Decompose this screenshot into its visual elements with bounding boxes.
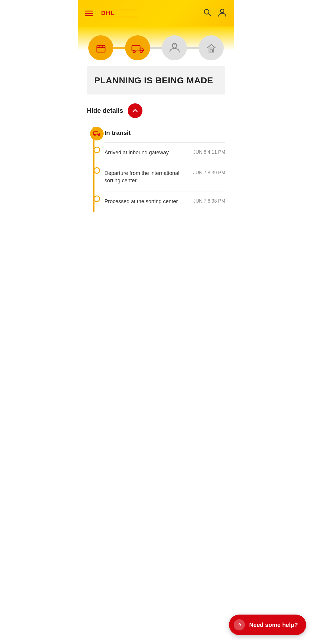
svg-text:DHL: DHL <box>101 9 115 16</box>
svg-rect-1 <box>99 16 137 17</box>
svg-point-14 <box>94 134 96 136</box>
step-courier <box>162 35 187 60</box>
hide-details-label: Hide details <box>87 107 123 115</box>
toggle-details-button[interactable] <box>128 103 142 118</box>
dhl-logo: DHL <box>99 7 137 20</box>
connector-1-2 <box>113 47 125 49</box>
svg-rect-6 <box>97 46 105 52</box>
timeline-dot-2 <box>94 196 100 202</box>
step-transit <box>125 35 150 60</box>
details-header: Hide details <box>87 103 225 118</box>
timeline-current-item: In transit <box>104 127 225 142</box>
search-button[interactable] <box>203 8 212 19</box>
event-text-2: Processed at the sorting center <box>104 198 190 205</box>
svg-point-5 <box>220 9 224 13</box>
timeline-entry-1: Departure from the international sorting… <box>104 163 225 191</box>
timeline-entry-0: Arrived at inbound gateway JUN 8 4:11 PM <box>104 143 225 163</box>
svg-point-15 <box>98 134 100 136</box>
help-button[interactable]: Need some help? <box>229 615 234 635</box>
svg-point-8 <box>133 50 135 53</box>
svg-rect-7 <box>132 46 140 51</box>
divider-3 <box>104 212 225 212</box>
header-left: DHL <box>85 7 137 20</box>
event-text-0: Arrived at inbound gateway <box>104 149 190 156</box>
event-date-2: JUN 7 8:38 PM <box>193 198 225 204</box>
event-date-1: JUN 7 8:39 PM <box>193 170 225 176</box>
help-arrow-icon <box>234 619 234 630</box>
step-package <box>88 35 113 60</box>
timeline-event-header: In transit <box>104 127 225 142</box>
timeline-item-1: Departure from the international sorting… <box>104 163 225 191</box>
timeline-item-2: Processed at the sorting center JUN 7 8:… <box>104 191 225 212</box>
timeline-dot-0 <box>94 147 100 153</box>
connector-2-3 <box>150 47 162 49</box>
status-title: PLANNING IS BEING MADE <box>94 75 218 86</box>
svg-line-4 <box>208 14 211 16</box>
event-date-0: JUN 8 4:11 PM <box>193 149 225 155</box>
user-button[interactable] <box>218 8 227 19</box>
timeline-item-0: Arrived at inbound gateway JUN 8 4:11 PM <box>104 143 225 163</box>
step-home <box>199 35 224 60</box>
details-section: Hide details In transit <box>78 95 234 212</box>
header-right <box>203 8 227 19</box>
header: DHL <box>78 0 234 27</box>
timeline-dot-1 <box>94 167 100 174</box>
timeline-active-dot <box>90 127 104 140</box>
status-section: PLANNING IS BEING MADE <box>87 66 225 95</box>
progress-steps <box>78 27 234 66</box>
event-text-1: Departure from the international sorting… <box>104 170 190 184</box>
menu-button[interactable] <box>85 11 93 16</box>
svg-rect-13 <box>93 132 98 135</box>
svg-point-9 <box>140 50 142 53</box>
timeline: In transit Arrived at inbound gateway JU… <box>87 127 225 212</box>
current-status-label: In transit <box>104 129 131 136</box>
connector-3-4 <box>187 47 199 49</box>
svg-point-10 <box>172 43 177 48</box>
timeline-entry-2: Processed at the sorting center JUN 7 8:… <box>104 191 225 212</box>
